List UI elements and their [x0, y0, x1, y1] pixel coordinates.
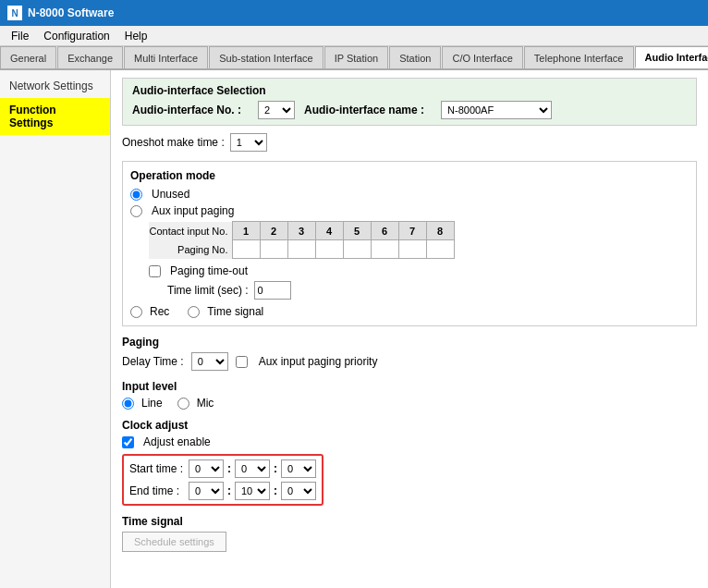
tab-station[interactable]: Station	[389, 46, 441, 68]
op-rec-radio[interactable]	[130, 306, 142, 318]
adjust-enable-checkbox[interactable]	[122, 436, 134, 448]
op-rec-label: Rec	[150, 305, 169, 318]
op-aux-label: Aux input paging	[152, 204, 234, 217]
paging-row: Delay Time : 012345 Aux input paging pri…	[122, 352, 697, 371]
end-time-label: End time :	[129, 484, 185, 497]
paging-label: Paging	[122, 336, 697, 349]
tab-general[interactable]: General	[0, 46, 56, 68]
op-aux-row: Aux input paging	[130, 204, 689, 217]
tab-audio[interactable]: Audio Interface	[635, 46, 709, 68]
paging-timeout-checkbox[interactable]	[149, 265, 161, 277]
tab-exchange[interactable]: Exchange	[57, 46, 123, 68]
paging-no-8[interactable]	[427, 240, 454, 258]
time-limit-row: Time limit (sec) :	[167, 281, 689, 300]
end-hour-select[interactable]: 0123456789101112	[189, 482, 224, 500]
app-icon: N	[7, 6, 22, 20]
operation-mode-box: Operation mode Unused Aux input paging C…	[122, 161, 697, 326]
oneshot-select[interactable]: 12345	[230, 133, 267, 152]
adjust-enable-label: Adjust enable	[143, 435, 211, 448]
paging-section: Paging Delay Time : 012345 Aux input pag…	[122, 336, 697, 371]
time-signal-label: Time signal	[122, 515, 697, 528]
op-mode-label: Operation mode	[130, 169, 689, 182]
aux-priority-checkbox[interactable]	[236, 356, 248, 368]
end-sec-select[interactable]: 030	[281, 482, 316, 500]
paging-no-4[interactable]	[316, 240, 343, 258]
paging-no-6[interactable]	[372, 240, 398, 258]
tab-telephone[interactable]: Telephone Interface	[524, 46, 634, 68]
delay-time-select[interactable]: 012345	[191, 352, 228, 371]
start-time-row: Start time : 0123456789101112 : 05101520…	[129, 459, 316, 478]
end-time-row: End time : 0123456789101112 : 0510152025…	[129, 482, 316, 500]
tab-multi-interface[interactable]: Multi Interface	[124, 46, 208, 68]
audio-name-label: Audio-interface name :	[304, 104, 424, 116]
start-hour-select[interactable]: 0123456789101112	[189, 459, 224, 478]
op-unused-radio[interactable]	[130, 189, 142, 201]
op-aux-radio[interactable]	[130, 205, 142, 217]
audio-no-label: Audio-interface No. :	[132, 104, 241, 116]
paging-timeout-label: Paging time-out	[170, 264, 248, 277]
start-sec-select[interactable]: 030	[281, 459, 316, 478]
oneshot-row: Oneshot make time : 12345	[122, 133, 697, 152]
menu-bar: File Configuration Help	[0, 26, 708, 46]
time-limit-label: Time limit (sec) :	[167, 284, 249, 297]
tab-co-interface[interactable]: C/O Interface	[442, 46, 522, 68]
audio-no-select[interactable]: 2134	[258, 101, 295, 119]
start-sep1: :	[227, 462, 231, 475]
audio-selection-panel: Audio-interface Selection Audio-interfac…	[122, 78, 697, 126]
op-timesignal-label: Time signal	[207, 305, 263, 318]
audio-selection-row: Audio-interface No. : 2134 Audio-interfa…	[132, 101, 687, 119]
end-min-select[interactable]: 051015202530	[235, 482, 270, 500]
input-level-label: Input level	[122, 380, 697, 393]
audio-name-select[interactable]: N-8000AF	[441, 101, 552, 119]
app-title: N-8000 Software	[28, 6, 114, 19]
sidebar-item-network[interactable]: Network Settings	[0, 74, 110, 98]
paging-no-label: Paging No.	[149, 240, 232, 259]
clock-adjust-label: Clock adjust	[122, 419, 697, 432]
sidebar-item-function[interactable]: Function Settings	[0, 98, 110, 135]
sidebar: Network Settings Function Settings	[0, 70, 111, 588]
end-sep2: :	[274, 484, 277, 497]
tab-sub-station[interactable]: Sub-station Interface	[209, 46, 323, 68]
input-level-section: Input level Line Mic	[122, 380, 697, 410]
tab-ip-station[interactable]: IP Station	[324, 46, 389, 68]
paging-no-3[interactable]	[288, 240, 315, 258]
time-signal-section: Time signal Schedule settings	[122, 515, 697, 552]
menu-help[interactable]: Help	[117, 28, 155, 44]
time-group: Start time : 0123456789101112 : 05101520…	[122, 454, 323, 506]
end-sep1: :	[227, 484, 231, 497]
level-line-label: Line	[141, 397, 163, 410]
paging-no-7[interactable]	[399, 240, 426, 258]
level-row: Line Mic	[122, 397, 697, 410]
main-layout: Network Settings Function Settings Audio…	[0, 70, 708, 588]
paging-no-5[interactable]	[344, 240, 371, 258]
menu-file[interactable]: File	[4, 28, 36, 44]
aux-priority-label: Aux input paging priority	[259, 355, 378, 368]
contact-row-label: Contact input No.	[149, 222, 232, 240]
paging-timeout-row: Paging time-out	[149, 264, 689, 277]
start-time-label: Start time :	[129, 462, 185, 475]
contact-table: Contact input No. 1 2 3 4 5 6 7 8 Paging…	[149, 221, 455, 259]
title-bar: N N-8000 Software	[0, 0, 708, 26]
paging-no-1[interactable]	[233, 240, 260, 258]
paging-no-2[interactable]	[261, 240, 287, 258]
delay-time-label: Delay Time :	[122, 355, 184, 368]
start-min-select[interactable]: 051015202530	[235, 459, 270, 478]
content-area: Audio-interface Selection Audio-interfac…	[111, 70, 708, 588]
oneshot-label: Oneshot make time :	[122, 136, 225, 149]
level-line-radio[interactable]	[122, 398, 134, 410]
audio-selection-label: Audio-interface Selection	[132, 84, 687, 97]
level-mic-label: Mic	[197, 397, 214, 410]
op-timesignal-radio[interactable]	[188, 306, 200, 318]
menu-configuration[interactable]: Configuration	[36, 28, 116, 44]
op-unused-row: Unused	[130, 188, 689, 201]
start-sep2: :	[274, 462, 277, 475]
tab-bar: General Exchange Multi Interface Sub-sta…	[0, 46, 708, 70]
clock-adjust-section: Clock adjust Adjust enable Start time : …	[122, 419, 697, 506]
time-limit-input[interactable]	[254, 281, 291, 300]
op-unused-label: Unused	[152, 188, 189, 201]
rec-row: Rec Time signal	[130, 305, 689, 318]
level-mic-radio[interactable]	[177, 398, 189, 410]
schedule-settings-button[interactable]: Schedule settings	[122, 532, 226, 552]
